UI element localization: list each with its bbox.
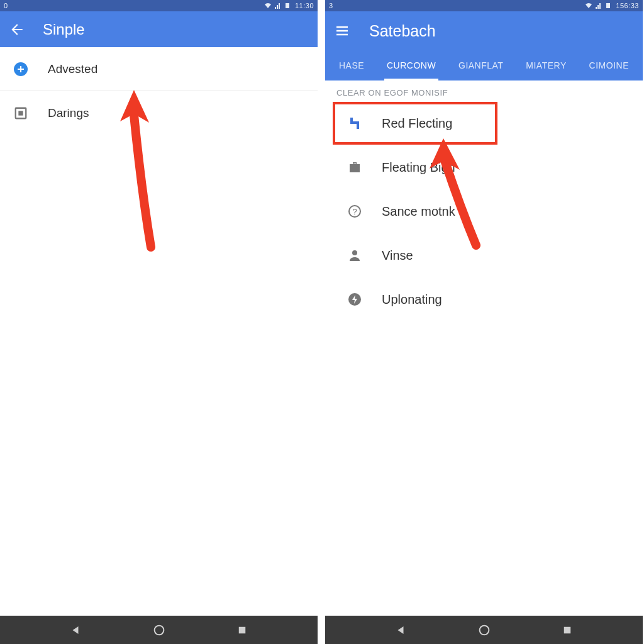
status-right-cluster: 156:33 bbox=[586, 2, 639, 9]
svg-point-4 bbox=[154, 625, 164, 635]
section-caption: CLEAR ON EGOF MONISIF bbox=[325, 80, 643, 101]
bolt-circle-icon bbox=[347, 291, 363, 308]
back-arrow-icon bbox=[9, 21, 25, 38]
row-fleating-bigh[interactable]: Fleating Bigh bbox=[325, 145, 643, 189]
hamburger-icon bbox=[335, 23, 350, 38]
row-label: Advested bbox=[48, 62, 97, 76]
left-screenshot: 0 11:30 Sinple Advested Darings bbox=[0, 0, 319, 644]
status-bar: 0 11:30 bbox=[0, 0, 318, 11]
flag-shape-icon bbox=[347, 115, 363, 131]
tab-gianflat[interactable]: GIANFLAT bbox=[455, 50, 507, 80]
tab-curconw[interactable]: CURCONW bbox=[383, 50, 440, 80]
row-label: Vinse bbox=[382, 248, 413, 263]
svg-rect-3 bbox=[18, 111, 23, 115]
home-circle-icon bbox=[477, 623, 491, 637]
right-screenshot: 3 156:33 Satebach HASE CURCONW GIANFLAT … bbox=[325, 0, 643, 644]
row-label: Red Flecting bbox=[382, 116, 452, 131]
battery-icon bbox=[285, 3, 291, 9]
row-label: Sance motnk bbox=[382, 204, 455, 219]
svg-rect-0 bbox=[286, 3, 289, 8]
row-darings[interactable]: Darings bbox=[0, 91, 318, 135]
row-vinse[interactable]: Vinse bbox=[325, 233, 643, 277]
status-clock: 156:33 bbox=[616, 2, 639, 9]
status-bar: 3 156:33 bbox=[325, 0, 643, 11]
page-title: Sinple bbox=[43, 21, 85, 38]
tab-cimoine[interactable]: CIMOINE bbox=[586, 50, 633, 80]
svg-point-11 bbox=[479, 625, 489, 635]
svg-text:?: ? bbox=[352, 207, 357, 216]
back-button[interactable] bbox=[9, 21, 25, 38]
status-left-text: 3 bbox=[329, 2, 333, 9]
help-circle-icon: ? bbox=[347, 203, 363, 219]
nav-home-key[interactable] bbox=[152, 623, 167, 638]
nav-back-key[interactable] bbox=[393, 623, 408, 638]
plus-circle-icon bbox=[13, 61, 29, 77]
back-triangle-icon bbox=[70, 625, 81, 636]
tab-bar: HASE CURCONW GIANFLAT MIATERY CIMOINE bbox=[325, 50, 643, 80]
row-uplonating[interactable]: Uplonating bbox=[325, 277, 643, 321]
status-left-text: 0 bbox=[4, 2, 8, 9]
row-red-flecting[interactable]: Red Flecting bbox=[325, 101, 643, 145]
row-label: Uplonating bbox=[382, 292, 442, 307]
person-icon bbox=[347, 247, 363, 264]
row-label: Darings bbox=[48, 106, 89, 120]
tab-miatery[interactable]: MIATERY bbox=[522, 50, 570, 80]
signal-icon bbox=[275, 3, 281, 9]
tab-hase[interactable]: HASE bbox=[335, 50, 368, 80]
row-advested[interactable]: Advested bbox=[0, 47, 318, 91]
nav-home-key[interactable] bbox=[477, 623, 492, 638]
status-clock: 11:30 bbox=[295, 2, 314, 9]
nav-back-key[interactable] bbox=[68, 623, 83, 638]
square-outline-icon bbox=[13, 105, 29, 121]
home-circle-icon bbox=[152, 623, 166, 637]
back-triangle-icon bbox=[395, 625, 406, 636]
app-bar: Sinple bbox=[0, 11, 318, 47]
nav-recent-key[interactable] bbox=[235, 623, 250, 638]
wifi-icon bbox=[586, 3, 592, 9]
recent-square-icon bbox=[236, 625, 248, 636]
briefcase-icon bbox=[347, 159, 363, 175]
android-navbar bbox=[325, 616, 643, 644]
svg-rect-6 bbox=[606, 3, 610, 8]
row-sance-motnk[interactable]: ? Sance motnk bbox=[325, 189, 643, 233]
svg-rect-5 bbox=[239, 626, 246, 633]
menu-button[interactable] bbox=[334, 23, 350, 39]
android-navbar bbox=[0, 616, 318, 644]
signal-icon bbox=[596, 3, 602, 9]
app-bar: Satebach bbox=[325, 11, 643, 50]
content-area: Advested Darings bbox=[0, 47, 318, 616]
svg-point-9 bbox=[352, 250, 357, 255]
wifi-icon bbox=[265, 3, 271, 9]
status-right-cluster: 11:30 bbox=[265, 2, 314, 9]
svg-rect-12 bbox=[564, 626, 571, 633]
content-area: CLEAR ON EGOF MONISIF Red Flecting Fleat… bbox=[325, 80, 643, 616]
page-title: Satebach bbox=[369, 22, 436, 40]
battery-icon bbox=[606, 3, 612, 9]
nav-recent-key[interactable] bbox=[560, 623, 575, 638]
recent-square-icon bbox=[562, 625, 573, 636]
row-label: Fleating Bigh bbox=[382, 160, 455, 175]
